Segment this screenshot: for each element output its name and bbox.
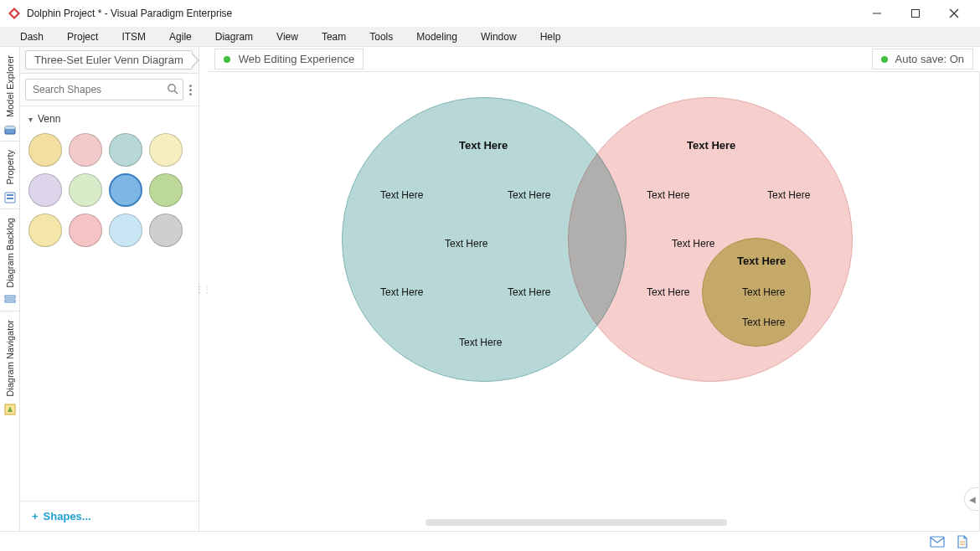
shape-swatch[interactable]: [69, 173, 102, 207]
svg-rect-11: [5, 296, 15, 298]
shape-swatch[interactable]: [28, 133, 62, 167]
shape-swatch[interactable]: [109, 214, 142, 247]
menu-bar: Dash Project ITSM Agile Diagram View Tea…: [0, 27, 980, 47]
venn-b-title[interactable]: Text Here: [687, 139, 735, 152]
document-status-chip[interactable]: Web Editing Experience: [214, 49, 364, 70]
shape-swatch[interactable]: [28, 173, 62, 207]
breadcrumb-bar: Three-Set Euler Venn Diagram: [20, 47, 199, 74]
horizontal-scrollbar[interactable]: [426, 519, 727, 526]
status-bar: [0, 531, 980, 551]
side-tabs: Model Explorer Property Diagram Backlog …: [0, 47, 20, 531]
property-icon: [4, 192, 16, 203]
window-maximize-button[interactable]: [896, 0, 935, 27]
search-shapes-input[interactable]: [25, 79, 183, 100]
side-tab-property[interactable]: Property: [0, 142, 19, 209]
search-icon[interactable]: [167, 83, 178, 98]
autosave-chip[interactable]: Auto save: On: [872, 49, 973, 70]
venn-a-label[interactable]: Text Here: [380, 286, 423, 298]
document-status-label: Web Editing Experience: [239, 53, 355, 65]
shape-category-label: Venn: [38, 113, 60, 125]
menu-itsm[interactable]: ITSM: [110, 27, 157, 47]
venn-c-title[interactable]: Text Here: [737, 255, 786, 267]
status-dot-icon: [881, 56, 888, 63]
svg-rect-7: [5, 126, 15, 129]
venn-a-label[interactable]: Text Here: [445, 238, 487, 250]
side-tab-label: Diagram Backlog: [5, 214, 15, 291]
app-logo-icon: [7, 6, 22, 21]
side-tab-diagram-navigator[interactable]: Diagram Navigator: [0, 312, 19, 420]
shapes-panel: Three-Set Euler Venn Diagram ▾ Venn + Sh…: [20, 47, 199, 531]
panel-splitter[interactable]: ⋮⋮: [199, 47, 208, 531]
svg-point-19: [168, 85, 175, 91]
collapse-right-panel-button[interactable]: ◀: [964, 487, 979, 511]
venn-b-label[interactable]: Text Here: [672, 238, 714, 250]
shape-swatches: [20, 128, 199, 252]
venn-b-label[interactable]: Text Here: [767, 189, 810, 201]
shape-swatch[interactable]: [28, 214, 62, 247]
side-tab-label: Model Explorer: [5, 52, 15, 121]
shape-swatch[interactable]: [69, 133, 102, 167]
mail-icon[interactable]: [930, 536, 945, 548]
title-bar: Dolphin Project * - Visual Paradigm Ente…: [0, 0, 980, 27]
venn-c-label[interactable]: Text Here: [742, 286, 785, 298]
shapes-link-label: Shapes...: [44, 510, 91, 523]
search-shapes-wrap: [25, 79, 183, 100]
shape-swatch[interactable]: [149, 214, 183, 247]
venn-a-label[interactable]: Text Here: [380, 189, 423, 201]
model-explorer-icon: [4, 124, 16, 136]
window-title: Dolphin Project * - Visual Paradigm Ente…: [27, 8, 232, 19]
side-tab-diagram-backlog[interactable]: Diagram Backlog: [0, 209, 19, 312]
svg-rect-12: [5, 300, 15, 302]
document-icon[interactable]: [957, 535, 968, 548]
menu-help[interactable]: Help: [529, 27, 573, 47]
svg-rect-3: [912, 10, 920, 18]
navigator-icon: [4, 404, 16, 415]
side-tab-label: Diagram Navigator: [5, 317, 15, 400]
shape-category-header[interactable]: ▾ Venn: [20, 106, 199, 128]
plus-icon: +: [32, 510, 39, 523]
svg-line-20: [174, 90, 178, 94]
diagram-canvas[interactable]: Text Here Text Here Text Here Text Here …: [208, 72, 980, 531]
venn-a-label[interactable]: Text Here: [508, 286, 550, 298]
venn-b-label[interactable]: Text Here: [647, 286, 689, 298]
breadcrumb-current[interactable]: Three-Set Euler Venn Diagram: [25, 50, 193, 70]
venn-b-label[interactable]: Text Here: [647, 189, 689, 201]
menu-window[interactable]: Window: [469, 27, 529, 47]
menu-modeling[interactable]: Modeling: [405, 27, 469, 47]
menu-project[interactable]: Project: [55, 27, 110, 47]
shape-swatch[interactable]: [109, 133, 142, 167]
search-options-button[interactable]: [187, 85, 193, 95]
menu-dash[interactable]: Dash: [8, 27, 55, 47]
side-tab-model-explorer[interactable]: Model Explorer: [0, 47, 19, 142]
status-dot-icon: [224, 56, 230, 63]
window-minimize-button[interactable]: [858, 0, 896, 27]
venn-a-label[interactable]: Text Here: [459, 337, 502, 348]
menu-view[interactable]: View: [265, 27, 310, 47]
menu-team[interactable]: Team: [310, 27, 358, 47]
shape-swatch[interactable]: [149, 133, 183, 167]
menu-tools[interactable]: Tools: [358, 27, 405, 47]
chevron-down-icon: ▾: [28, 115, 33, 124]
window-close-button[interactable]: [935, 0, 973, 27]
venn-a-title[interactable]: Text Here: [459, 139, 508, 152]
menu-agile[interactable]: Agile: [157, 27, 204, 47]
svg-rect-9: [7, 194, 13, 196]
autosave-label: Auto save: On: [895, 53, 964, 65]
shape-swatch[interactable]: [109, 173, 142, 207]
shape-swatch[interactable]: [69, 214, 102, 247]
shapes-link[interactable]: + Shapes...: [20, 501, 199, 531]
canvas-area: Web Editing Experience Auto save: On Tex…: [208, 47, 980, 531]
backlog-icon: [4, 294, 16, 306]
svg-rect-21: [931, 537, 944, 547]
side-tab-label: Property: [5, 147, 15, 188]
shape-swatch[interactable]: [149, 173, 183, 207]
svg-rect-10: [7, 198, 13, 199]
venn-c-label[interactable]: Text Here: [742, 317, 785, 328]
menu-diagram[interactable]: Diagram: [204, 27, 265, 47]
venn-a-label[interactable]: Text Here: [508, 189, 550, 201]
